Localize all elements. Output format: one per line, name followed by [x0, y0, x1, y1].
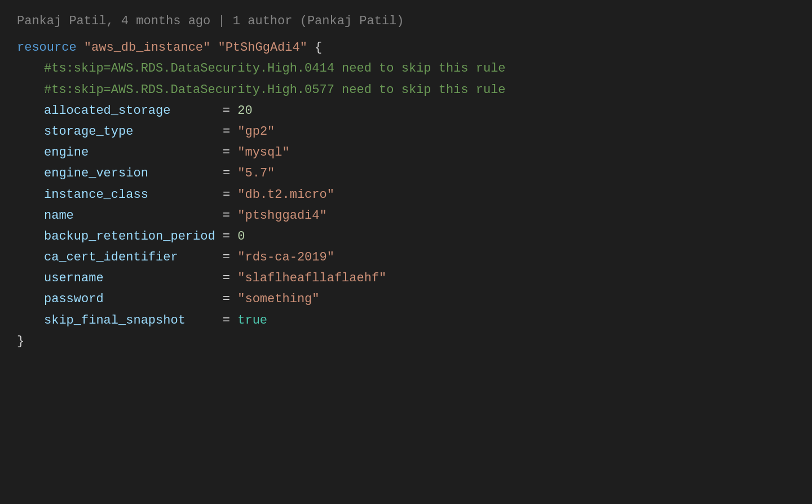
- field-equals-10: =: [223, 311, 230, 330]
- field-equals-6: =: [223, 227, 230, 246]
- field-value-7: "rds-ca-2019": [237, 247, 334, 267]
- field-line-9: password = "something": [17, 289, 795, 309]
- field-value-6: 0: [237, 227, 245, 246]
- field-equals-7: =: [223, 247, 230, 267]
- field-line-8: username = "slaflheafllaflaehf": [17, 268, 795, 288]
- fields-container: allocated_storage = 20storage_type = "gp…: [17, 101, 795, 330]
- field-key-4: instance_class: [44, 185, 148, 205]
- close-brace: }: [17, 331, 24, 351]
- comment-2-text: #ts:skip=AWS.RDS.DataSecurity.High.0577 …: [44, 80, 506, 100]
- field-line-3: engine_version = "5.7": [17, 163, 795, 183]
- field-line-7: ca_cert_identifier = "rds-ca-2019": [17, 247, 795, 267]
- field-equals-2: =: [223, 143, 230, 162]
- resource-keyword: resource: [17, 38, 77, 58]
- field-value-10: true: [237, 311, 267, 330]
- field-key-2: engine: [44, 143, 89, 162]
- comment-1-text: #ts:skip=AWS.RDS.DataSecurity.High.0414 …: [44, 59, 506, 78]
- field-equals-3: =: [223, 163, 230, 183]
- field-line-10: skip_final_snapshot = true: [17, 311, 795, 330]
- comment-line-1: #ts:skip=AWS.RDS.DataSecurity.High.0414 …: [17, 59, 795, 78]
- resource-name: "PtShGgAdi4": [218, 38, 307, 58]
- code-viewer: Pankaj Patil, 4 months ago | 1 author (P…: [0, 0, 812, 364]
- open-brace: {: [315, 38, 322, 58]
- field-line-4: instance_class = "db.t2.micro": [17, 185, 795, 205]
- field-key-8: username: [44, 268, 104, 288]
- field-key-7: ca_cert_identifier: [44, 247, 178, 267]
- field-line-1: storage_type = "gp2": [17, 122, 795, 142]
- field-key-10: skip_final_snapshot: [44, 311, 186, 330]
- field-equals-9: =: [223, 289, 230, 309]
- field-key-1: storage_type: [44, 122, 133, 142]
- field-equals-1: =: [223, 122, 230, 142]
- field-equals-0: =: [223, 101, 230, 121]
- field-value-5: "ptshggadi4": [237, 206, 326, 226]
- field-key-3: engine_version: [44, 163, 148, 183]
- field-value-8: "slaflheafllaflaehf": [237, 268, 386, 288]
- field-key-6: backup_retention_period: [44, 227, 215, 246]
- field-value-1: "gp2": [237, 122, 275, 142]
- field-line-0: allocated_storage = 20: [17, 101, 795, 121]
- field-equals-8: =: [223, 268, 230, 288]
- field-equals-4: =: [223, 185, 230, 205]
- close-brace-line: }: [17, 331, 795, 351]
- field-key-9: password: [44, 289, 104, 309]
- comment-line-2: #ts:skip=AWS.RDS.DataSecurity.High.0577 …: [17, 80, 795, 100]
- meta-info: Pankaj Patil, 4 months ago | 1 author (P…: [17, 11, 795, 31]
- field-value-9: "something": [237, 289, 319, 309]
- field-key-5: name: [44, 206, 74, 226]
- field-equals-5: =: [223, 206, 230, 226]
- meta-text: Pankaj Patil, 4 months ago | 1 author (P…: [17, 14, 404, 28]
- field-line-6: backup_retention_period = 0: [17, 227, 795, 246]
- field-value-2: "mysql": [237, 143, 289, 162]
- field-value-3: "5.7": [237, 163, 275, 183]
- field-line-2: engine = "mysql": [17, 143, 795, 162]
- field-key-0: allocated_storage: [44, 101, 170, 121]
- resource-declaration-line: resource "aws_db_instance" "PtShGgAdi4" …: [17, 38, 795, 58]
- field-value-0: 20: [237, 101, 252, 121]
- field-line-5: name = "ptshggadi4": [17, 206, 795, 226]
- resource-type: "aws_db_instance": [84, 38, 210, 58]
- field-value-4: "db.t2.micro": [237, 185, 334, 205]
